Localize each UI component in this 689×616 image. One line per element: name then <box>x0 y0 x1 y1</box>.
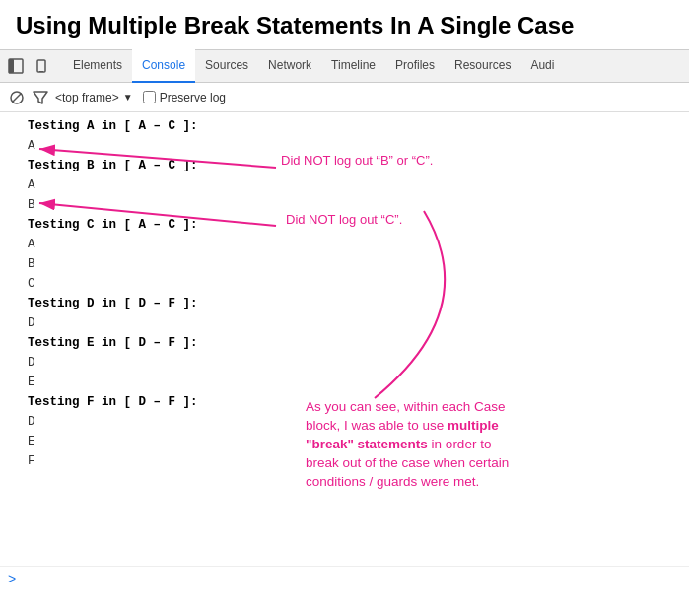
console-line: Testing E in [ D – F ]: <box>0 333 689 353</box>
svg-line-5 <box>13 93 22 102</box>
preserve-log-group: Preserve log <box>143 91 226 104</box>
console-line: Testing F in [ D – F ]: <box>0 392 689 412</box>
console-line: A <box>0 175 689 195</box>
tab-network[interactable]: Network <box>258 49 321 83</box>
device-icon[interactable] <box>32 54 55 78</box>
svg-rect-3 <box>39 71 43 72</box>
frame-select-label: <top frame> <box>55 91 119 104</box>
filter-icon[interactable] <box>32 89 49 106</box>
dock-icon[interactable] <box>4 54 28 78</box>
console-line: D <box>0 412 689 432</box>
tab-audits[interactable]: Audi <box>520 49 564 83</box>
console-line: E <box>0 373 689 392</box>
console-line: C <box>0 274 689 294</box>
console-prompt: > <box>0 566 689 590</box>
tab-elements[interactable]: Elements <box>63 49 132 83</box>
svg-marker-6 <box>34 92 47 103</box>
devtools-tab-bar: Elements Console Sources Network Timelin… <box>0 49 689 83</box>
console-line: B <box>0 195 689 215</box>
console-line: D <box>0 353 689 373</box>
console-toolbar: <top frame> ▼ Preserve log <box>0 83 689 112</box>
console-line: A <box>0 235 689 254</box>
console-output: Testing A in [ A – C ]: A Testing B in [… <box>0 112 689 566</box>
preserve-log-checkbox[interactable] <box>143 91 156 103</box>
console-line: Testing B in [ A – C ]: <box>0 156 689 175</box>
tab-resources[interactable]: Resources <box>445 49 520 83</box>
tab-console[interactable]: Console <box>132 49 195 83</box>
console-line: D <box>0 313 689 333</box>
devtools-tabs: Elements Console Sources Network Timelin… <box>63 49 564 83</box>
console-line: Testing D in [ D – F ]: <box>0 294 689 313</box>
prompt-arrow-icon: > <box>8 571 16 586</box>
frame-selector[interactable]: <top frame> ▼ <box>55 91 133 104</box>
preserve-log-label: Preserve log <box>160 91 226 104</box>
devtools-icon-group <box>4 54 55 78</box>
svg-rect-1 <box>9 59 14 73</box>
console-line: A <box>0 136 689 156</box>
tab-sources[interactable]: Sources <box>195 49 258 83</box>
console-line: F <box>0 451 689 471</box>
clear-console-icon[interactable] <box>8 89 26 106</box>
console-line: E <box>0 432 689 451</box>
console-line: Testing C in [ A – C ]: <box>0 215 689 235</box>
frame-dropdown-icon: ▼ <box>123 92 133 103</box>
page-title: Using Multiple Break Statements In A Sin… <box>0 0 689 49</box>
tab-timeline[interactable]: Timeline <box>321 49 385 83</box>
console-line: Testing A in [ A – C ]: <box>0 116 689 136</box>
console-line: B <box>0 254 689 274</box>
tab-profiles[interactable]: Profiles <box>385 49 445 83</box>
svg-rect-2 <box>37 60 45 72</box>
